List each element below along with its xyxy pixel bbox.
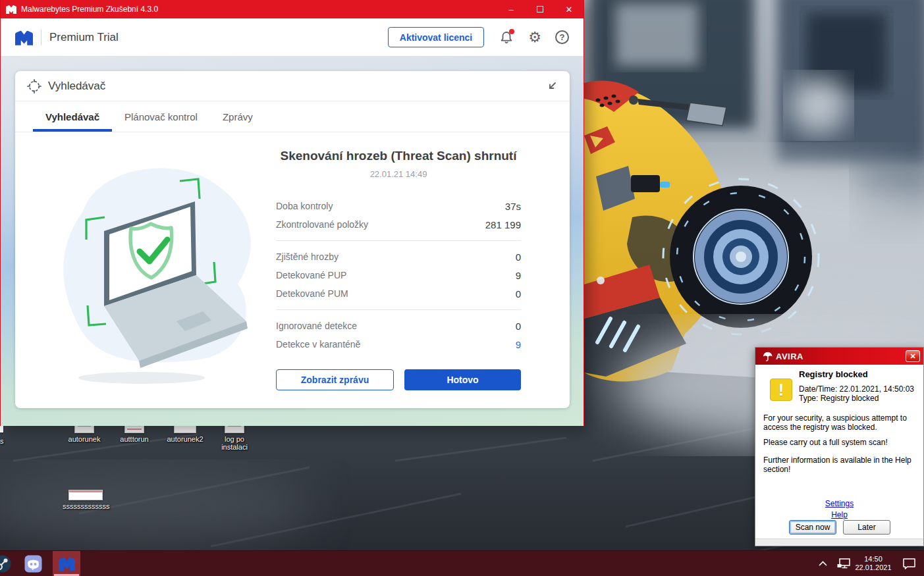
network-icon [837,558,850,569]
minimize-button[interactable]: – [497,0,526,18]
window-title: Malwarebytes Premium Zkušební 4.3.0 [21,5,497,14]
warning-icon: ! [770,379,792,401]
alert-paragraph: For your security, a suspicious attempt … [763,413,919,432]
clock-date: 22.01.2021 [855,563,891,572]
clock-time: 14:50 [855,555,891,563]
steam-icon [0,555,11,573]
stat-label: Zkontrolované položky [276,219,368,230]
stat-value: 281 199 [485,219,521,230]
tab-planovac-kontrol[interactable]: Plánovač kontrol [112,101,210,132]
popup-footer-strip [755,538,923,546]
stat-row: Zjištěné hrozby 0 [276,248,521,266]
avira-popup: AVIRA ✕ ! Registry blocked Date/Time: 22… [755,347,924,546]
stat-label: Doba kontroly [276,201,333,211]
desktop-icon-label: autorunek2 [167,435,203,443]
stat-row: Detekce v karanténě 9 [276,335,521,353]
avira-titlebar[interactable]: AVIRA ✕ [755,348,923,365]
malwarebytes-window: Malwarebytes Premium Zkušební 4.3.0 – ✕ … [0,0,584,426]
stat-label: Ignorované detekce [276,321,357,331]
help-icon: ? [555,30,569,44]
alert-paragraph: Further information is available in the … [763,456,919,474]
tab-vyhledavac[interactable]: Vyhledávač [33,101,112,132]
avira-umbrella-icon [762,351,773,362]
stat-row: Detekované PUP 9 [276,266,521,284]
action-center-icon [903,558,915,569]
scan-datetime: 22.01.21 14:49 [276,169,521,179]
settings-button[interactable]: ⚙ [528,30,541,45]
divider [276,309,521,310]
scan-summary: Skenování hrozeb (Threat Scan) shrnutí 2… [258,149,539,390]
stat-row: Detekované PUM 0 [276,284,521,303]
malwarebytes-icon [59,556,75,571]
alert-paragraph: Please carry out a full system scan! [763,438,919,447]
stat-value: 37s [505,201,521,212]
settings-link-wrap: Settings [755,499,923,508]
taskbar-steam-button[interactable] [0,551,12,576]
stat-label: Detekované PUM [276,288,348,299]
view-report-button[interactable]: Zobrazit zprávu [276,369,394,390]
desktop-icon-label: autorunek [68,435,101,443]
taskbar: 14:50 22.01.2021 [0,550,924,576]
tray-chevron-button[interactable] [815,551,830,576]
header-divider [41,30,41,45]
notification-dot [509,29,514,34]
stat-value: 0 [516,288,521,300]
later-button[interactable]: Later [843,520,890,535]
stat-label: Zjištěné hrozby [276,251,339,262]
window-titlebar[interactable]: Malwarebytes Premium Zkušební 4.3.0 – ✕ [1,0,584,18]
stat-value: 0 [516,321,521,332]
done-button[interactable]: Hotovo [404,369,521,390]
alert-title: Registry blocked [799,369,868,379]
stat-row: Ignorované detekce 0 [276,317,521,335]
help-button[interactable]: ? [555,30,569,44]
malwarebytes-logo-icon [6,5,16,14]
desktop-icon-label: log po instalaci [216,435,253,451]
tab-zpravy[interactable]: Zprávy [210,101,265,132]
app-header: Premium Trial Aktivovat licenci ⚙ ? [1,18,584,56]
stat-value: 0 [516,251,521,263]
scan-complete-illustration [41,149,265,392]
taskbar-discord-button[interactable] [22,551,43,576]
product-name: Premium Trial [49,31,388,44]
alert-datetime: Date/Time: 22.01.2021, 14:50:03 [799,384,914,394]
taskbar-malwarebytes-button[interactable] [53,551,80,576]
close-icon: ✕ [910,352,915,361]
desktop-icon-label: sssssssssssss [63,502,109,510]
gear-icon: ⚙ [528,29,541,45]
stat-label: Detekované PUP [276,270,346,280]
avira-close-button[interactable]: ✕ [906,350,920,362]
chevron-up-icon [819,561,827,566]
taskbar-clock[interactable]: 14:50 22.01.2021 [850,551,896,576]
scan-now-button[interactable]: Scan now [789,520,836,535]
close-button[interactable]: ✕ [555,0,584,18]
help-link[interactable]: Help [831,510,848,519]
alert-type: Type: Registry blocked [799,394,879,403]
malwarebytes-logo-icon [15,30,33,45]
panel-title: Vyhledávač [48,80,546,93]
avira-brand: AVIRA [776,352,906,361]
activate-license-button[interactable]: Aktivovat licenci [388,27,485,47]
notifications-button[interactable] [499,30,514,45]
divider [276,240,521,241]
help-link-wrap: Help [755,510,923,519]
scan-summary-title: Skenování hrozeb (Threat Scan) shrnutí [276,149,521,163]
scanner-card: Vyhledávač Vyhledávač Plánovač kontrol Z… [15,71,570,408]
stat-label: Detekce v karanténě [276,339,360,350]
file-icon [68,490,103,500]
quarantine-count-link[interactable]: 9 [516,339,521,350]
stat-row: Doba kontroly 37s [276,197,521,215]
collapse-arrow-icon[interactable] [546,80,558,92]
settings-link[interactable]: Settings [825,499,854,508]
desktop-icon-label: autttorun [120,435,148,443]
maximize-button[interactable] [526,0,555,18]
stat-row: Zkontrolované položky 281 199 [276,215,521,234]
stat-value: 9 [516,270,521,281]
tab-bar: Vyhledávač Plánovač kontrol Zprávy [15,101,570,132]
scanner-crosshair-icon [27,79,41,93]
discord-icon [24,555,42,573]
desktop-icon-sss[interactable]: sssssssssssss [63,490,109,510]
maximize-icon [537,6,543,13]
app-content: Vyhledávač Vyhledávač Plánovač kontrol Z… [1,56,584,426]
desktop-icon-partial-label: s [0,437,4,445]
action-center-button[interactable] [899,551,919,576]
